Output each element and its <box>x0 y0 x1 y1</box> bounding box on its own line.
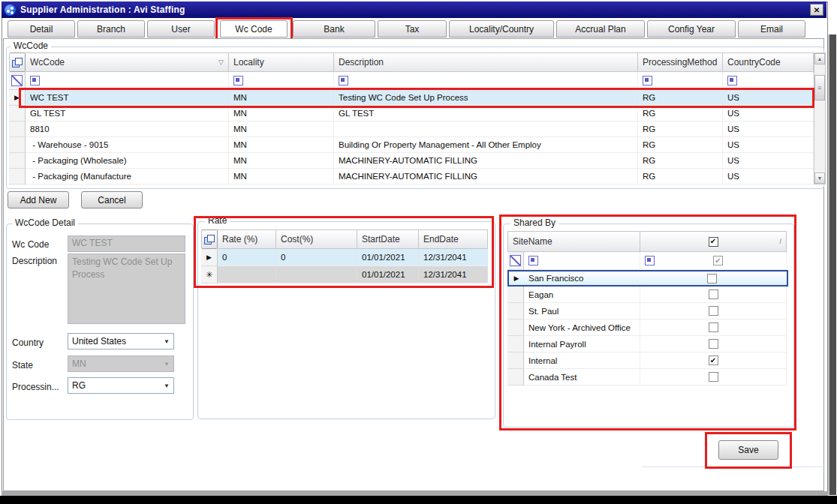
cell-countrycode[interactable]: US <box>723 122 814 137</box>
list-item[interactable]: Internal Payroll <box>507 336 787 352</box>
cell-countrycode[interactable]: US <box>723 153 814 169</box>
row-selector[interactable] <box>507 303 524 320</box>
processing-select[interactable]: RG ▼ <box>68 377 174 394</box>
table-row[interactable]: ▶ WC TEST MN Testing WC Code Set Up Proc… <box>9 90 814 106</box>
list-item[interactable]: St. Paul <box>507 303 787 320</box>
cell-wccode[interactable]: - Packaging (Manufacture <box>26 169 229 184</box>
grid-scrollbar[interactable]: ▲ ≡ ▼ <box>814 52 826 184</box>
cell-shared[interactable] <box>640 320 787 336</box>
scrollbar-thumb[interactable]: ≡ <box>814 75 825 100</box>
cell-sitename[interactable]: Eagan <box>524 286 640 303</box>
cell-description[interactable] <box>334 122 638 137</box>
cell-enddate[interactable]: 12/31/2041 <box>419 266 488 284</box>
list-item[interactable]: Canada Test <box>507 369 787 386</box>
row-selector[interactable] <box>9 106 26 122</box>
column-header-startdate[interactable]: StartDate <box>357 230 419 249</box>
cell-shared[interactable] <box>640 336 787 352</box>
column-header-shared-check[interactable]: ✔ / <box>640 231 787 252</box>
cell-description[interactable]: MACHINERY-AUTOMATIC FILLING <box>334 169 638 184</box>
cell-startdate[interactable]: 01/01/2021 <box>357 249 419 266</box>
list-item[interactable]: ▶ San Francisco <box>507 270 788 286</box>
row-selector[interactable]: ▶ <box>9 90 26 106</box>
list-item[interactable]: Internal ✔ <box>507 352 787 369</box>
row-selector[interactable]: ✳ <box>201 266 218 284</box>
tab-locality-country[interactable]: Locality/Country <box>449 20 554 38</box>
cell-countrycode[interactable]: US <box>723 137 814 153</box>
cell-sitename[interactable]: Internal <box>524 352 640 369</box>
column-header-wccode[interactable]: WcCode ▽ <box>26 52 229 72</box>
row-selector[interactable]: ▶ <box>509 272 524 285</box>
cell-sitename[interactable]: St. Paul <box>524 303 640 320</box>
table-row[interactable]: GL TEST MN GL TEST RG US <box>9 106 814 122</box>
row-selector[interactable] <box>9 153 26 169</box>
tab-config-year[interactable]: Config Year <box>647 20 736 38</box>
cell-wccode[interactable]: - Packaging (Wholesale) <box>26 153 229 169</box>
filter-cell-wccode[interactable] <box>26 72 229 90</box>
filter-cell-processingmethod[interactable] <box>638 72 723 90</box>
save-button[interactable]: Save <box>718 440 778 460</box>
cell-sitename[interactable]: New York - Archived Office <box>524 320 640 336</box>
tab-email[interactable]: Email <box>738 20 805 38</box>
column-header-cost[interactable]: Cost(%) <box>276 230 357 249</box>
column-header-rate[interactable]: Rate (%) <box>218 230 276 249</box>
cell-sitename[interactable]: Internal Payroll <box>524 336 640 352</box>
cell-startdate[interactable]: 01/01/2021 <box>357 266 419 284</box>
clear-filter-button[interactable] <box>507 252 524 270</box>
cell-locality[interactable]: MN <box>229 122 334 137</box>
cell-shared[interactable] <box>639 272 785 285</box>
cell-wccode[interactable]: GL TEST <box>26 106 229 122</box>
tab-accrual-plan[interactable]: Accrual Plan <box>556 20 645 38</box>
row-checkbox[interactable] <box>709 306 718 316</box>
cell-countrycode[interactable]: US <box>723 169 814 184</box>
row-selector[interactable] <box>507 336 524 352</box>
filter-checkbox[interactable]: ✔ <box>713 256 723 266</box>
column-header-description[interactable]: Description <box>334 52 638 72</box>
tab-bank[interactable]: Bank <box>293 20 375 38</box>
cell-shared[interactable]: ✔ <box>640 352 787 369</box>
row-selector[interactable] <box>507 320 524 336</box>
close-icon[interactable]: ✕ <box>810 4 823 16</box>
tab-user[interactable]: User <box>147 20 215 38</box>
cell-wccode[interactable]: 8810 <box>26 122 229 137</box>
cell-processingmethod[interactable]: RG <box>638 169 723 184</box>
cell-shared[interactable] <box>640 286 787 303</box>
country-select[interactable]: United States ▼ <box>68 333 174 350</box>
row-checkbox[interactable] <box>709 339 718 349</box>
cell-rate[interactable]: 0 <box>218 249 276 266</box>
cell-locality[interactable]: MN <box>229 106 334 122</box>
cell-wccode[interactable]: WC TEST <box>26 90 229 106</box>
cell-processingmethod[interactable]: RG <box>638 137 723 153</box>
cell-rate[interactable] <box>218 266 276 284</box>
row-checkbox[interactable] <box>709 372 718 382</box>
filter-cell-locality[interactable] <box>229 72 334 90</box>
cell-sitename[interactable]: Canada Test <box>524 369 640 386</box>
cell-description[interactable]: Building Or Property Management - All Ot… <box>334 137 638 153</box>
row-selector[interactable] <box>9 137 26 153</box>
tab-detail[interactable]: Detail <box>8 20 75 38</box>
filter-cell-shared-check[interactable]: ✔ <box>640 252 787 270</box>
table-row-new[interactable]: ✳ 01/01/2021 12/31/2041 <box>201 266 488 284</box>
filter-cell-sitename[interactable] <box>524 252 640 270</box>
column-header-locality[interactable]: Locality <box>229 52 334 72</box>
tab-wc-code[interactable]: Wc Code <box>220 20 288 38</box>
cell-locality[interactable]: MN <box>229 90 334 106</box>
cell-locality[interactable]: MN <box>229 137 334 153</box>
cell-locality[interactable]: MN <box>229 169 334 184</box>
column-header-countrycode[interactable]: CountryCode <box>723 52 814 72</box>
clear-filter-button[interactable] <box>9 72 26 90</box>
cell-countrycode[interactable]: US <box>723 106 814 122</box>
row-selector[interactable]: ▶ <box>201 249 218 266</box>
cell-cost[interactable] <box>276 266 357 284</box>
cell-countrycode[interactable]: US <box>723 90 814 106</box>
table-row[interactable]: - Packaging (Wholesale) MN MACHINERY-AUT… <box>9 153 814 169</box>
list-item[interactable]: Eagan <box>507 286 787 303</box>
table-row[interactable]: - Packaging (Manufacture MN MACHINERY-AU… <box>9 169 814 184</box>
cancel-button[interactable]: Cancel <box>81 191 143 208</box>
row-selector[interactable] <box>507 286 524 303</box>
add-new-button[interactable]: Add New <box>8 191 69 208</box>
cell-description[interactable]: Testing WC Code Set Up Process <box>334 90 638 106</box>
cell-description[interactable]: GL TEST <box>334 106 638 122</box>
row-selector[interactable] <box>507 352 524 369</box>
filter-cell-description[interactable] <box>334 72 638 90</box>
cell-cost[interactable]: 0 <box>276 249 357 266</box>
